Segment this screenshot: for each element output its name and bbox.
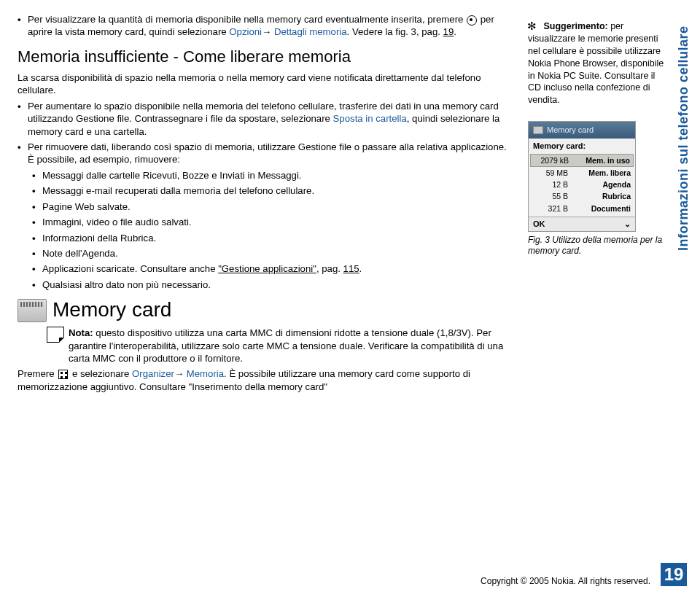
phone-body: Memory card: 2079 kB Mem. in uso 59 MB M… — [529, 139, 635, 217]
bullet-dot: • — [32, 232, 42, 244]
apps-end: . — [359, 263, 362, 274]
link-opzioni: Opzioni — [229, 26, 262, 37]
apps-post: , pag. — [316, 263, 343, 274]
note-body: questo dispositivo utilizza una carta MM… — [69, 327, 503, 364]
bullet-dot: • — [32, 216, 42, 228]
intro-bullet: • Per visualizzare la quantità di memori… — [18, 13, 513, 39]
page-content: • Per visualizzare la quantità di memori… — [0, 0, 700, 569]
intro-tail: . Vedere la fig. 3, pag. — [347, 26, 443, 37]
intro-pre: Per visualizzare la quantità di memoria … — [28, 14, 466, 25]
note-icon — [47, 327, 64, 343]
phone-val: 59 MB — [533, 168, 568, 178]
note-block: Nota: questo dispositivo utilizza una ca… — [47, 327, 513, 365]
link-organizer: Organizer — [132, 368, 174, 379]
phone-ok: OK — [533, 219, 545, 230]
sub-text: Messaggi dalle cartelle Ricevuti, Bozze … — [42, 169, 513, 182]
sub-bullet: •Pagine Web salvate. — [32, 200, 513, 213]
page-number: 19 — [661, 563, 687, 586]
note-label: Nota: — [69, 327, 93, 338]
sub-text: Applicazioni scaricate. Consultare anche… — [42, 262, 513, 275]
premere-pre: Premere — [18, 368, 57, 379]
phone-header-text: Memory card — [547, 125, 594, 136]
bullet-1: • Per aumentare lo spazio disponibile ne… — [18, 100, 513, 138]
section-tab: Informazioni sul telefono cellulare — [676, 15, 691, 262]
apps-page: 115 — [343, 263, 359, 274]
phone-name: Mem. libera — [588, 168, 631, 178]
arrow-icon: → — [262, 26, 271, 37]
side-column: Suggerimento: per visualizzare le memori… — [528, 13, 666, 569]
link-dettagli: Dettagli memoria — [274, 26, 347, 37]
sub-text: Immagini, video o file audio salvati. — [42, 216, 513, 228]
bullet-dot: • — [32, 200, 42, 213]
bullet-dot: • — [32, 169, 42, 182]
menu-icon — [58, 370, 68, 379]
intro-text: Per visualizzare la quantità di memoria … — [28, 13, 513, 39]
bullet-dot: • — [32, 184, 42, 197]
sub-bullet: •Immagini, video o file audio salvati. — [32, 216, 513, 228]
tip-block: Suggerimento: per visualizzare le memori… — [528, 20, 666, 106]
sub-bullet: •Informazioni della Rubrica. — [32, 232, 513, 244]
copyright-text: Copyright © 2005 Nokia. All rights reser… — [481, 576, 650, 586]
bullet-1-text: Per aumentare lo spazio disponibile nell… — [28, 100, 513, 138]
premere-post: e selezionare — [72, 368, 132, 379]
apps-link: "Gestione applicazioni" — [218, 263, 316, 274]
memory-card-title: Memory card — [52, 297, 171, 324]
bullet-dot: • — [18, 141, 28, 166]
tip-text: per visualizzare le memorie presenti nel… — [528, 21, 664, 105]
sub-bullet-apps: • Applicazioni scaricate. Consultare anc… — [32, 262, 513, 275]
nested-bullets: •Messaggi dalle cartelle Ricevuti, Bozze… — [32, 169, 513, 291]
memory-card-icon — [18, 299, 47, 322]
phone-name: Documenti — [591, 203, 631, 214]
bullet-dot: • — [18, 13, 28, 39]
link-sposta: Sposta in cartella — [333, 113, 407, 124]
phone-val: 321 B — [533, 203, 568, 214]
phone-row: 59 MB Mem. libera — [533, 167, 631, 179]
bullet-2: • Per rimuovere dati, liberando così spa… — [18, 141, 513, 166]
bullet-dot: • — [32, 279, 42, 291]
memory-card-chip-icon — [533, 126, 543, 134]
phone-row: 12 B Agenda — [533, 179, 631, 190]
section-heading: Memoria insufficiente - Come liberare me… — [18, 46, 513, 67]
phone-name: Rubrica — [602, 191, 631, 201]
page-ref-19: 19 — [443, 26, 454, 37]
sub-bullet: •Messaggi e-mail recuperati dalla memori… — [32, 184, 513, 197]
intro-end: . — [454, 26, 456, 37]
tip-label: Suggerimento: — [543, 21, 607, 31]
main-column: • Per visualizzare la quantità di memori… — [18, 13, 528, 569]
memory-card-heading: Memory card — [18, 297, 513, 324]
bullet-dot: • — [32, 262, 42, 275]
bullet-dot: • — [32, 247, 42, 260]
figure-caption: Fig. 3 Utilizzo della memoria per la mem… — [528, 235, 666, 257]
page-footer: Copyright © 2005 Nokia. All rights reser… — [481, 563, 687, 586]
sub-text: Informazioni della Rubrica. — [42, 232, 513, 244]
apps-pre: Applicazioni scaricate. Consultare anche — [42, 263, 218, 274]
phone-footer: OK ⌄ — [529, 217, 635, 231]
link-memoria: Memoria — [187, 368, 224, 379]
key-icon — [467, 15, 477, 26]
sub-bullet: •Messaggi dalle cartelle Ricevuti, Bozze… — [32, 169, 513, 182]
bullet-dot: • — [18, 100, 28, 138]
phone-row: 2079 kB Mem. in uso — [530, 154, 634, 167]
phone-val: 55 B — [533, 191, 568, 201]
phone-val: 2079 kB — [534, 155, 569, 165]
sub-text: Messaggi e-mail recuperati dalla memoria… — [42, 184, 513, 197]
phone-row: 55 B Rubrica — [533, 190, 631, 202]
phone-val: 12 B — [533, 179, 568, 190]
phone-section-label: Memory card: — [533, 141, 631, 152]
sub-bullet: •Qualsiasi altro dato non più necessario… — [32, 279, 513, 291]
arrow-icon: → — [174, 368, 184, 379]
phone-header: Memory card — [529, 122, 635, 139]
phone-name: Agenda — [602, 179, 631, 190]
sub-text: Note dell'Agenda. — [42, 247, 513, 260]
section-intro: La scarsa disponibilità di spazio nella … — [18, 71, 513, 97]
tip-icon — [528, 22, 538, 32]
sub-bullet: •Note dell'Agenda. — [32, 247, 513, 260]
premere-paragraph: Premere e selezionare Organizer→ Memoria… — [18, 367, 513, 393]
note-text: Nota: questo dispositivo utilizza una ca… — [69, 327, 513, 365]
chevron-down-icon: ⌄ — [624, 219, 631, 230]
sub-text: Pagine Web salvate. — [42, 200, 513, 213]
phone-screenshot: Memory card Memory card: 2079 kB Mem. in… — [528, 121, 636, 231]
sub-text: Qualsiasi altro dato non più necessario. — [42, 279, 513, 291]
bullet-2-text: Per rimuovere dati, liberando così spazi… — [28, 141, 513, 166]
phone-name: Mem. in uso — [586, 155, 630, 165]
